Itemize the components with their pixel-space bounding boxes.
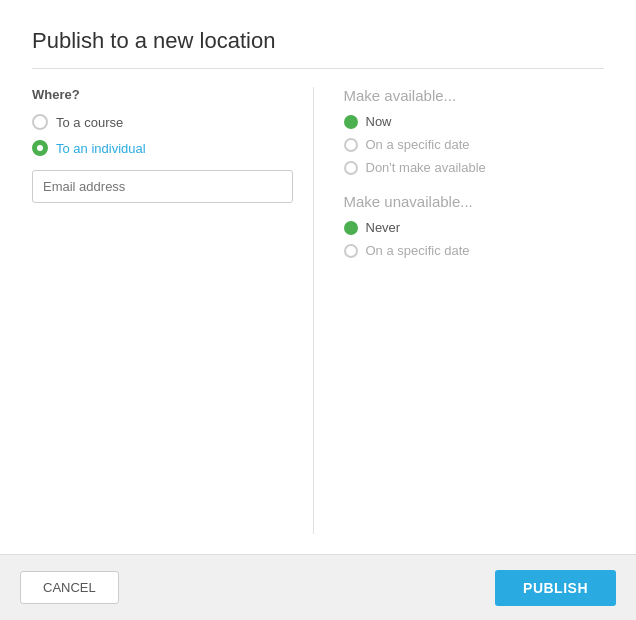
radio-label-individual: To an individual [56,141,146,156]
radio-to-individual[interactable]: To an individual [32,140,293,156]
cancel-button[interactable]: CANCEL [20,571,119,604]
radio-to-course[interactable]: To a course [32,114,293,130]
make-available-title: Make available... [344,87,605,104]
make-unavailable-group: Never On a specific date [344,220,605,258]
radio-label-now: Now [366,114,392,129]
radio-label-course: To a course [56,115,123,130]
radio-label-specific-date-un: On a specific date [366,243,470,258]
right-panel: Make available... Now On a specific date… [334,87,605,534]
publish-button[interactable]: PUBLISH [495,570,616,606]
radio-label-never: Never [366,220,401,235]
left-panel: Where? To a course To an individual [32,87,314,534]
where-radio-group: To a course To an individual [32,114,293,156]
radio-label-dont-make: Don't make available [366,160,486,175]
radio-dot-now [344,115,358,129]
radio-label-specific-date: On a specific date [366,137,470,152]
make-unavailable-title: Make unavailable... [344,193,605,210]
where-label: Where? [32,87,293,102]
radio-dot-never [344,221,358,235]
email-input[interactable] [32,170,293,203]
radio-never[interactable]: Never [344,220,605,235]
dialog-title: Publish to a new location [32,28,604,69]
make-available-group: Now On a specific date Don't make availa… [344,114,605,175]
radio-circle-course [32,114,48,130]
footer: CANCEL PUBLISH [0,554,636,620]
dialog-container: Publish to a new location Where? To a co… [0,0,636,554]
radio-specific-date-un[interactable]: On a specific date [344,243,605,258]
dialog-body: Where? To a course To an individual Make… [32,87,604,534]
radio-dot-dont-make [344,161,358,175]
radio-now[interactable]: Now [344,114,605,129]
radio-dot-specific-date [344,138,358,152]
radio-dont-make[interactable]: Don't make available [344,160,605,175]
radio-dot-specific-date-un [344,244,358,258]
radio-circle-individual [32,140,48,156]
radio-specific-date[interactable]: On a specific date [344,137,605,152]
